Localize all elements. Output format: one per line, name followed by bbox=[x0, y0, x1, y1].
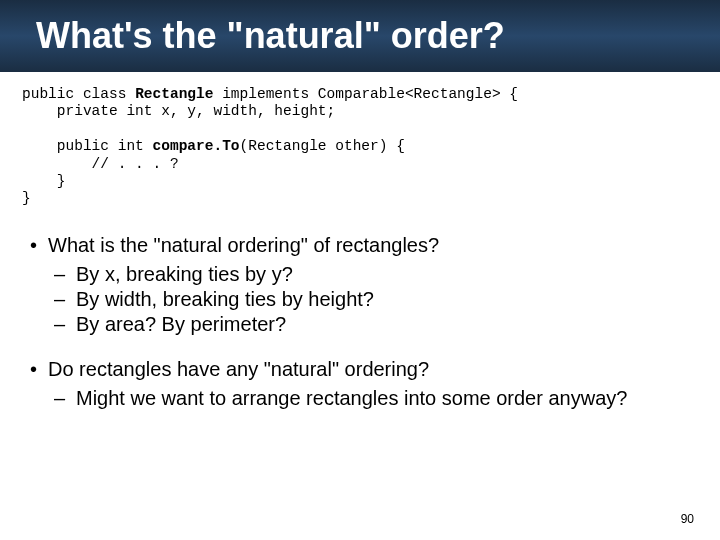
bullet-dot-icon: • bbox=[30, 235, 48, 255]
bullet-1-text: What is the "natural ordering" of rectan… bbox=[48, 234, 439, 257]
bullet-2-text: Do rectangles have any "natural" orderin… bbox=[48, 358, 429, 381]
code-line-1b: Rectangle bbox=[135, 86, 213, 102]
sub-item-1-2: – By area? By perimeter? bbox=[54, 313, 698, 336]
bullet-1: • What is the "natural ordering" of rect… bbox=[30, 234, 698, 257]
code-line-1c: implements Comparable<Rectangle> { bbox=[213, 86, 518, 102]
slide-content: public class Rectangle implements Compar… bbox=[0, 72, 720, 410]
code-line-4a: public int bbox=[22, 138, 153, 154]
code-line-6: } bbox=[22, 173, 66, 189]
code-line-4c: (Rectangle other) { bbox=[240, 138, 405, 154]
bullet-list: • What is the "natural ordering" of rect… bbox=[22, 234, 698, 257]
code-line-7: } bbox=[22, 190, 31, 206]
sub-item-2-0: – Might we want to arrange rectangles in… bbox=[54, 387, 698, 410]
dash-icon: – bbox=[54, 288, 76, 311]
code-line-1a: public class bbox=[22, 86, 135, 102]
sub-list-1: – By x, breaking ties by y? – By width, … bbox=[22, 263, 698, 336]
bullet-dot-icon: • bbox=[30, 359, 48, 379]
sub-item-2-0-text: Might we want to arrange rectangles into… bbox=[76, 387, 627, 410]
dash-icon: – bbox=[54, 313, 76, 336]
title-bar: What's the "natural" order? bbox=[0, 0, 720, 72]
code-line-2: private int x, y, width, height; bbox=[22, 103, 335, 119]
sub-list-2: – Might we want to arrange rectangles in… bbox=[22, 387, 698, 410]
sub-item-1-2-text: By area? By perimeter? bbox=[76, 313, 286, 336]
sub-item-1-0: – By x, breaking ties by y? bbox=[54, 263, 698, 286]
slide-title: What's the "natural" order? bbox=[36, 15, 505, 57]
bullet-list-2: • Do rectangles have any "natural" order… bbox=[22, 358, 698, 381]
dash-icon: – bbox=[54, 263, 76, 286]
sub-item-1-1: – By width, breaking ties by height? bbox=[54, 288, 698, 311]
code-line-4b: compare.To bbox=[153, 138, 240, 154]
code-block: public class Rectangle implements Compar… bbox=[22, 86, 698, 208]
code-line-5: // . . . ? bbox=[22, 156, 179, 172]
bullet-2: • Do rectangles have any "natural" order… bbox=[30, 358, 698, 381]
sub-item-1-0-text: By x, breaking ties by y? bbox=[76, 263, 293, 286]
sub-item-1-1-text: By width, breaking ties by height? bbox=[76, 288, 374, 311]
dash-icon: – bbox=[54, 387, 76, 410]
page-number: 90 bbox=[681, 512, 694, 526]
